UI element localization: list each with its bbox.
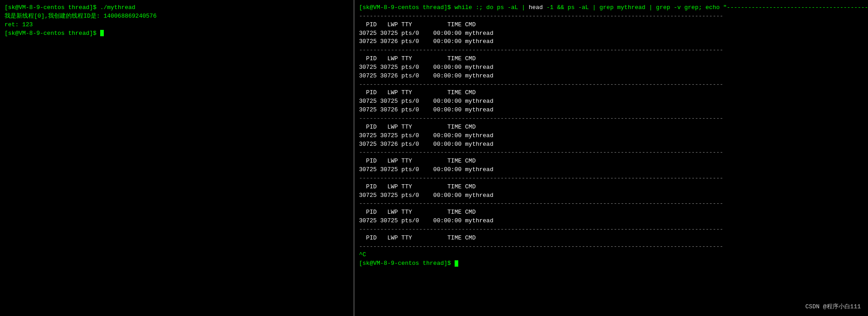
separator-9: ----------------------------------------… [359, 243, 863, 251]
block1-row1: 30725 30725 pts/0 00:00:00 mythread [359, 29, 863, 38]
left-prompt: [sk@VM-8-9-centos thread]$ [5, 29, 349, 38]
left-output-1: 我是新线程[0],我创建的线程ID是: 140068869240576 [5, 12, 349, 21]
left-command-line: [sk@VM-8-9-centos thread]$ ./mythread [5, 4, 349, 12]
block8-header: PID LWP TTY TIME CMD [359, 234, 863, 243]
separator-1: ----------------------------------------… [359, 12, 863, 21]
block1-row2: 30725 30726 pts/0 00:00:00 mythread [359, 38, 863, 46]
separator-8: ----------------------------------------… [359, 225, 863, 234]
block4-row1: 30725 30725 pts/0 00:00:00 mythread [359, 132, 863, 140]
block3-row2: 30725 30726 pts/0 00:00:00 mythread [359, 106, 863, 115]
block7-row1: 30725 30725 pts/0 00:00:00 mythread [359, 217, 863, 225]
separator-5: ----------------------------------------… [359, 148, 863, 157]
terminal-left: [sk@VM-8-9-centos thread]$ ./mythread 我是… [0, 0, 354, 316]
block2-header: PID LWP TTY TIME CMD [359, 55, 863, 63]
block3-row1: 30725 30725 pts/0 00:00:00 mythread [359, 97, 863, 106]
block2-row2: 30725 30726 pts/0 00:00:00 mythread [359, 72, 863, 81]
block5-header: PID LWP TTY TIME CMD [359, 157, 863, 166]
block5-row1: 30725 30725 pts/0 00:00:00 mythread [359, 166, 863, 174]
block4-row2: 30725 30726 pts/0 00:00:00 mythread [359, 140, 863, 149]
right-cursor [455, 260, 458, 267]
watermark: CSDN @程序小白111 [805, 302, 861, 311]
interrupt-signal: ^C [359, 251, 863, 259]
block4-header: PID LWP TTY TIME CMD [359, 123, 863, 132]
block6-row1: 30725 30725 pts/0 00:00:00 mythread [359, 192, 863, 200]
separator-3: ----------------------------------------… [359, 81, 863, 89]
separator-2: ----------------------------------------… [359, 46, 863, 55]
block7-header: PID LWP TTY TIME CMD [359, 208, 863, 217]
left-output-2: ret: 123 [5, 21, 349, 29]
terminal-right: [sk@VM-8-9-centos thread]$ while :; do p… [354, 0, 868, 316]
separator-4: ----------------------------------------… [359, 115, 863, 123]
separator-7: ----------------------------------------… [359, 200, 863, 208]
right-prompt: [sk@VM-8-9-centos thread]$ [359, 259, 863, 268]
block1-header: PID LWP TTY TIME CMD [359, 21, 863, 29]
block2-row1: 30725 30725 pts/0 00:00:00 mythread [359, 63, 863, 72]
left-cursor [100, 30, 104, 36]
block6-header: PID LWP TTY TIME CMD [359, 183, 863, 192]
right-command-line: [sk@VM-8-9-centos thread]$ while :; do p… [359, 4, 863, 12]
block3-header: PID LWP TTY TIME CMD [359, 89, 863, 97]
separator-6: ----------------------------------------… [359, 174, 863, 183]
